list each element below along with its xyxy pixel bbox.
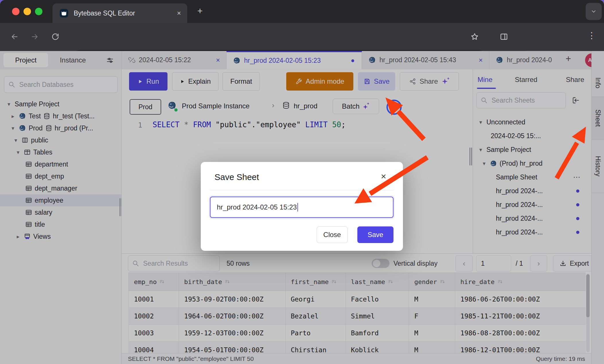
bytebase-sql-editor-window: Bytebase SQL Editor × + localhost:8080/s…	[0, 0, 604, 364]
browser-menu-icon[interactable]: ⋮	[587, 30, 596, 40]
minimize-window-button[interactable]	[24, 8, 31, 15]
close-label: Close	[323, 231, 341, 239]
close-window-button[interactable]	[12, 8, 20, 15]
zoom-window-button[interactable]	[35, 8, 42, 15]
reload-icon[interactable]	[51, 32, 60, 41]
dialog-title: Save Sheet	[215, 172, 259, 182]
browser-tab[interactable]: Bytebase SQL Editor ×	[52, 3, 187, 23]
browser-urlbar: localhost:8080/sql-editor/prod-sample-in…	[0, 23, 604, 51]
save-sheet-dialog: Save Sheet × hr_prod 2024-02-05 15:23 Cl…	[201, 162, 403, 251]
save-label: Save	[368, 231, 383, 239]
side-panel-icon[interactable]	[500, 32, 508, 41]
bytebase-favicon	[59, 9, 69, 18]
text-cursor	[297, 203, 298, 212]
tab-search-button[interactable]	[586, 3, 602, 20]
browser-titlebar: Bytebase SQL Editor × +	[0, 0, 604, 23]
chevron-down-icon	[591, 8, 597, 15]
browser-tab-title: Bytebase SQL Editor	[74, 9, 135, 17]
dialog-close-icon[interactable]: ×	[381, 171, 386, 182]
close-tab-icon[interactable]: ×	[177, 9, 181, 17]
save-button[interactable]: Save	[357, 226, 393, 243]
bookmark-star-icon[interactable]	[470, 32, 479, 41]
close-button[interactable]: Close	[317, 226, 348, 243]
sheet-name-value: hr_prod 2024-02-05 15:23	[217, 203, 297, 211]
forward-icon[interactable]	[30, 32, 39, 41]
new-tab-button[interactable]: +	[197, 6, 203, 16]
back-icon[interactable]	[10, 32, 19, 41]
sheet-name-input[interactable]: hr_prod 2024-02-05 15:23	[210, 197, 393, 218]
dialog-divider	[210, 190, 394, 190]
